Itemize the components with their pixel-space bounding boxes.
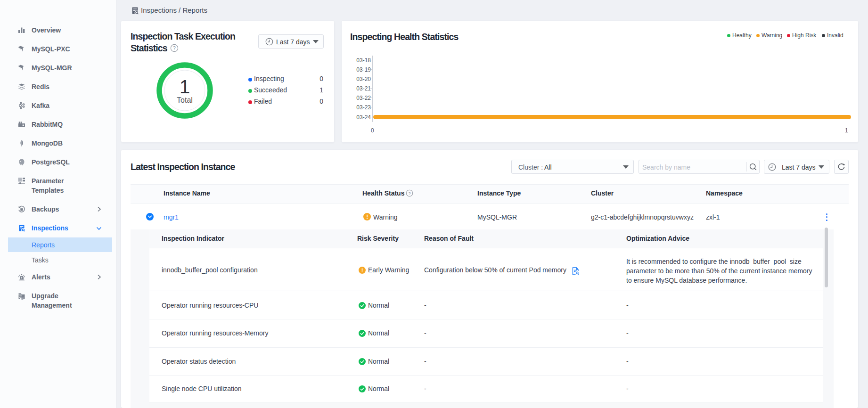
- svg-text:?: ?: [173, 45, 176, 51]
- svg-text:?: ?: [408, 191, 410, 196]
